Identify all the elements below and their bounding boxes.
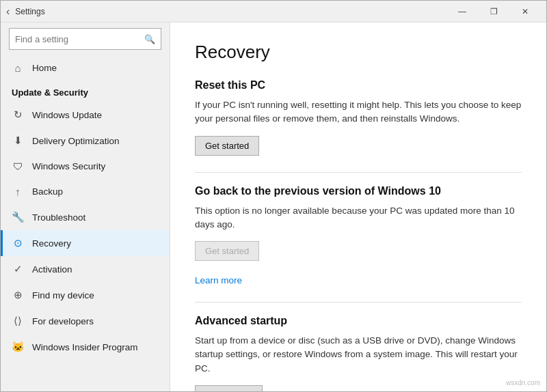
content-area: Recovery Reset this PC If your PC isn't … <box>170 23 546 391</box>
divider-1 <box>195 172 522 173</box>
sidebar-item-label: Home <box>32 63 57 73</box>
sidebar-item-backup[interactable]: ↑ Backup <box>1 179 170 204</box>
search-icon: 🔍 <box>144 34 155 44</box>
close-button[interactable]: ✕ <box>509 1 541 23</box>
reset-pc-text: If your PC isn't running well, resetting… <box>195 98 522 126</box>
window-controls: — ❐ ✕ <box>446 1 541 23</box>
sidebar-item-label: Recovery <box>32 238 71 249</box>
sidebar-item-label: Windows Update <box>32 110 102 120</box>
divider-2 <box>195 302 522 303</box>
page-title: Recovery <box>195 42 522 63</box>
sidebar-item-windows-security[interactable]: 🛡 Windows Security <box>1 154 170 179</box>
sidebar-item-find-my-device[interactable]: ⊕ Find my device <box>1 282 170 308</box>
find-device-icon: ⊕ <box>12 289 24 301</box>
developers-icon: ⟨⟩ <box>12 315 24 327</box>
maximize-button[interactable]: ❐ <box>478 1 509 23</box>
delivery-icon: ⬇ <box>12 135 24 147</box>
reset-pc-title: Reset this PC <box>195 79 522 92</box>
sidebar-item-label: Windows Insider Program <box>32 342 138 352</box>
sidebar-item-label: Windows Security <box>32 161 105 171</box>
sidebar-item-label: For developers <box>32 316 94 326</box>
search-box[interactable]: 🔍 <box>9 28 161 50</box>
sidebar-item-home[interactable]: ⌂ Home <box>1 55 170 81</box>
home-icon: ⌂ <box>12 62 24 74</box>
recovery-icon: ⊙ <box>12 237 24 249</box>
sidebar-item-label: Troubleshoot <box>32 212 85 223</box>
sidebar-item-windows-insider[interactable]: 🐱 Windows Insider Program <box>1 334 170 360</box>
sidebar-item-label: Delivery Optimization <box>32 136 120 146</box>
insider-icon: 🐱 <box>12 341 24 353</box>
advanced-startup-title: Advanced startup <box>195 315 522 327</box>
sidebar-section-title: Update & Security <box>1 81 170 102</box>
go-back-button[interactable]: Get started <box>195 241 259 261</box>
go-back-text: This option is no longer available becau… <box>195 204 522 232</box>
sidebar-item-troubleshoot[interactable]: 🔧 Troubleshoot <box>1 204 170 230</box>
activation-icon: ✓ <box>12 263 24 275</box>
learn-more-link[interactable]: Learn more <box>195 275 242 285</box>
windows-update-icon: ↻ <box>12 109 24 121</box>
reset-pc-button[interactable]: Get started <box>195 136 259 156</box>
sidebar-item-windows-update[interactable]: ↻ Windows Update <box>1 102 170 128</box>
title-bar-title: Settings <box>15 7 446 16</box>
minimize-button[interactable]: — <box>446 1 478 23</box>
sidebar-item-label: Backup <box>32 186 63 197</box>
sidebar-item-activation[interactable]: ✓ Activation <box>1 256 170 282</box>
advanced-startup-text: Start up from a device or disc (such as … <box>195 334 522 376</box>
go-back-title: Go back to the previous version of Windo… <box>195 185 522 197</box>
backup-icon: ↑ <box>12 186 24 197</box>
sidebar-item-recovery[interactable]: ⊙ Recovery <box>1 230 170 256</box>
sidebar-item-label: Find my device <box>32 290 94 300</box>
sidebar: 🔍 ⌂ Home Update & Security ↻ Windows Upd… <box>1 23 170 391</box>
troubleshoot-icon: 🔧 <box>12 211 24 223</box>
back-button[interactable]: ‹ <box>6 5 10 18</box>
search-input[interactable] <box>15 34 144 44</box>
watermark: wsxdn.com <box>506 379 540 387</box>
title-bar: ‹ Settings — ❐ ✕ <box>1 1 546 23</box>
app-body: 🔍 ⌂ Home Update & Security ↻ Windows Upd… <box>1 23 546 391</box>
sidebar-item-for-developers[interactable]: ⟨⟩ For developers <box>1 308 170 334</box>
sidebar-item-label: Activation <box>32 264 72 275</box>
restart-now-button[interactable]: Restart now <box>195 385 263 391</box>
security-icon: 🛡 <box>12 160 24 172</box>
sidebar-item-delivery-optimization[interactable]: ⬇ Delivery Optimization <box>1 128 170 154</box>
